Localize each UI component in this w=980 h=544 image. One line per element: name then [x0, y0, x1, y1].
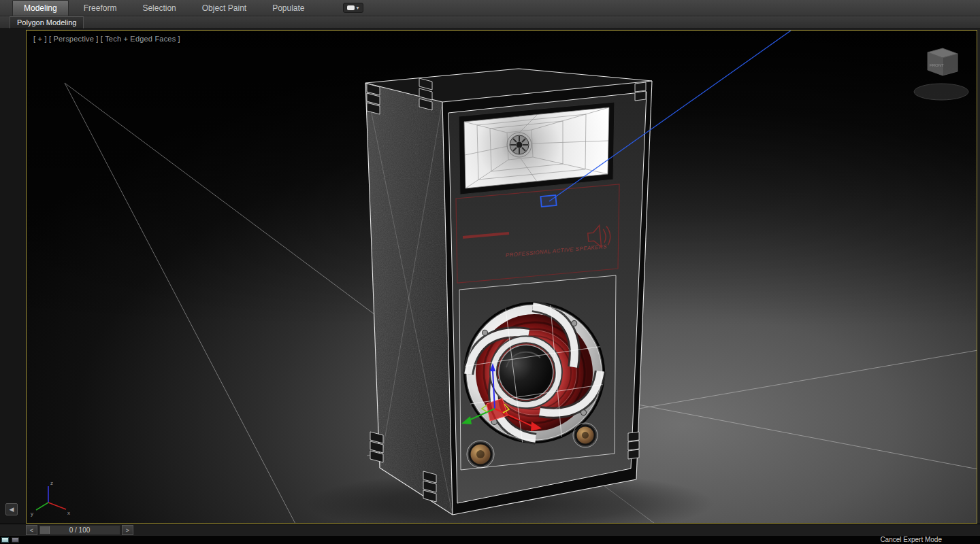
chevron-down-icon: ▾ [357, 5, 359, 11]
horn-tweeter[interactable] [459, 102, 615, 194]
tab-freeform[interactable]: Freeform [73, 0, 128, 16]
timeline-frame-label: 0 / 100 [39, 526, 120, 535]
timeline-bar: < 0 / 100 > [0, 524, 980, 536]
panel-tab-polygon-modeling[interactable]: Polygon Modeling [10, 16, 84, 29]
perspective-viewport[interactable]: PROFESSIONAL ACTIVE SPEAKERS [26, 30, 977, 524]
ribbon-tab-bar: Modeling Freeform Selection Object Paint… [0, 0, 980, 16]
axis-y-label: y [31, 511, 33, 517]
axis-z-label: z [50, 480, 53, 486]
speaker-model[interactable]: PROFESSIONAL ACTIVE SPEAKERS [365, 69, 652, 515]
timeline-next-button[interactable]: > [122, 525, 133, 535]
compression-driver [507, 133, 532, 157]
tab-modeling[interactable]: Modeling [12, 0, 69, 16]
left-dock-strip: ◀ [0, 29, 26, 525]
tab-object-paint[interactable]: Object Paint [191, 0, 257, 16]
viewcube-ring[interactable] [914, 84, 968, 100]
tab-selection[interactable]: Selection [131, 0, 186, 16]
timeline-prev-button[interactable]: < [26, 525, 37, 535]
tray-icon-2[interactable] [12, 537, 19, 543]
cancel-expert-mode-label[interactable]: Cancel Expert Mode [880, 536, 942, 544]
expand-panel-button[interactable]: ◀ [5, 503, 18, 515]
tray-icons [1, 537, 19, 543]
selected-polygon-marker [540, 195, 556, 207]
chevron-left-icon: ◀ [10, 506, 14, 513]
tray-icon-1[interactable] [1, 537, 9, 543]
tab-populate[interactable]: Populate [261, 0, 315, 16]
ribbon-state-icon [347, 5, 355, 10]
viewport-canvas[interactable]: PROFESSIONAL ACTIVE SPEAKERS [27, 31, 977, 523]
ribbon-panel-row: Polygon Modeling [0, 16, 980, 29]
timeline-slider[interactable]: 0 / 100 [39, 525, 120, 535]
status-bar: Cancel Expert Mode [0, 536, 980, 544]
axis-x-label: x [67, 510, 70, 516]
ribbon-minimize-button[interactable]: ▾ [343, 3, 363, 13]
viewport-label-menu[interactable]: [ + ] [ Perspective ] [ Tech + Edged Fac… [33, 35, 180, 43]
3ds-max-window: Modeling Freeform Selection Object Paint… [0, 0, 980, 544]
viewcube-face-label[interactable]: FRONT [930, 63, 944, 67]
